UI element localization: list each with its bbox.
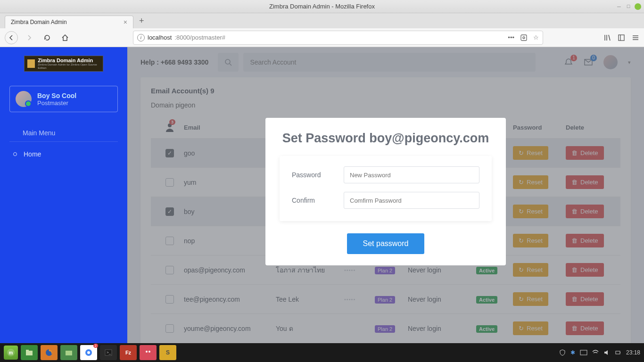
window-title: Zimbra Domain Admin - Mozilla Firefox bbox=[269, 3, 375, 10]
reader-mode-icon[interactable] bbox=[520, 34, 528, 41]
url-path: :8000/postmaster# bbox=[174, 34, 225, 41]
app-root: Zimbra Domain AdminZimbra Domain Admin f… bbox=[0, 47, 644, 343]
window-maximize-icon[interactable] bbox=[625, 3, 632, 10]
svg-point-20 bbox=[149, 351, 150, 353]
sidebar-item-label: Home bbox=[24, 150, 41, 158]
user-role: Postmaster bbox=[37, 99, 76, 107]
volume-icon[interactable] bbox=[603, 349, 610, 356]
modal-overlay[interactable]: Set Password boy@pigeoncy.com Password C… bbox=[127, 47, 644, 343]
sidebar-user-card[interactable]: Boy So Cool Postmaster bbox=[9, 86, 118, 112]
svg-text:m: m bbox=[9, 350, 13, 355]
main-area: Help : +668 9493 3300 1 0 ▾ Email Accoun… bbox=[127, 47, 644, 343]
confirm-password-input[interactable] bbox=[344, 192, 479, 209]
clock[interactable]: 23:18 bbox=[626, 349, 640, 356]
bullet-icon bbox=[13, 152, 17, 156]
svg-rect-0 bbox=[521, 35, 527, 41]
confirm-label: Confirm bbox=[292, 197, 344, 204]
sublime-icon[interactable]: S bbox=[159, 345, 176, 360]
url-bar[interactable]: i localhost:8000/postmaster# ••• ☆ bbox=[133, 31, 543, 45]
window-minimize-icon[interactable] bbox=[616, 3, 622, 10]
terminal-icon[interactable]: >_ bbox=[100, 345, 117, 360]
nav-home-icon[interactable] bbox=[58, 31, 72, 44]
user-name: Boy So Cool bbox=[37, 92, 76, 99]
logo-mark-icon bbox=[27, 59, 35, 68]
bookmark-icon[interactable]: ☆ bbox=[533, 34, 539, 41]
svg-point-1 bbox=[523, 37, 525, 39]
set-password-button[interactable]: Set password bbox=[347, 233, 425, 254]
library-icon[interactable] bbox=[603, 34, 611, 41]
firefox-icon[interactable] bbox=[41, 345, 58, 360]
svg-rect-13 bbox=[66, 351, 72, 355]
modal-title: Set Password boy@pigeoncy.com bbox=[280, 131, 492, 146]
browser-nav-bar: i localhost:8000/postmaster# ••• ☆ bbox=[0, 28, 644, 47]
battery-icon[interactable] bbox=[615, 349, 621, 356]
window-controls bbox=[616, 3, 641, 10]
filezilla-icon[interactable]: Fz bbox=[120, 345, 137, 360]
logo-subtitle: Zimbra Domain Admin for Zimbra Open Sour… bbox=[38, 63, 100, 69]
avatar-icon bbox=[16, 91, 32, 107]
folder-icon[interactable] bbox=[60, 345, 77, 360]
user-info: Boy So Cool Postmaster bbox=[37, 92, 76, 107]
svg-text:>_: >_ bbox=[107, 350, 111, 354]
new-tab-icon[interactable]: + bbox=[139, 16, 144, 26]
svg-text:S: S bbox=[166, 349, 170, 356]
window-titlebar: Zimbra Domain Admin - Mozilla Firefox bbox=[0, 0, 644, 13]
sidebar-logo: Zimbra Domain AdminZimbra Domain Admin f… bbox=[24, 56, 103, 72]
bluetooth-icon[interactable]: ✱ bbox=[570, 349, 575, 356]
svg-text:Fz: Fz bbox=[125, 350, 132, 355]
password-row: Password bbox=[292, 166, 479, 183]
confirm-row: Confirm bbox=[292, 192, 479, 209]
shield-icon[interactable] bbox=[559, 349, 566, 356]
logo-title: Zimbra Domain Admin bbox=[38, 58, 93, 63]
tab-title: Zimbra Domain Admin bbox=[11, 19, 67, 25]
sidebar-toggle-icon[interactable] bbox=[618, 34, 625, 41]
svg-rect-24 bbox=[620, 352, 620, 353]
url-bar-actions: ••• ☆ bbox=[508, 34, 539, 41]
logo-text: Zimbra Domain AdminZimbra Domain Admin f… bbox=[38, 58, 100, 69]
files-icon[interactable] bbox=[21, 345, 38, 360]
menu-header: Main Menu bbox=[9, 124, 118, 142]
modal-form: Password Confirm bbox=[280, 156, 492, 221]
sidebar-item-home[interactable]: Home bbox=[0, 146, 127, 163]
keyboard-icon[interactable] bbox=[580, 350, 587, 355]
svg-point-19 bbox=[146, 351, 148, 353]
password-label: Password bbox=[292, 171, 344, 179]
svg-point-15 bbox=[87, 351, 90, 354]
window-close-icon[interactable] bbox=[635, 3, 641, 10]
browser-toolbar-right bbox=[603, 34, 639, 41]
tab-close-icon[interactable]: × bbox=[124, 19, 127, 25]
browser-tab[interactable]: Zimbra Domain Admin × bbox=[5, 16, 133, 28]
os-taskbar: m 2 >_ Fz S ✱ 23:18 bbox=[0, 343, 644, 362]
url-host: localhost bbox=[148, 34, 172, 41]
nav-reload-icon[interactable] bbox=[41, 31, 54, 44]
nav-back-icon[interactable] bbox=[5, 31, 18, 44]
svg-rect-22 bbox=[580, 350, 587, 355]
chrome-icon[interactable]: 2 bbox=[80, 345, 97, 360]
set-password-modal: Set Password boy@pigeoncy.com Password C… bbox=[265, 118, 506, 265]
nav-forward-icon bbox=[23, 31, 36, 44]
browser-tab-bar: Zimbra Domain Admin × + bbox=[0, 13, 644, 28]
sidebar: Zimbra Domain AdminZimbra Domain Admin f… bbox=[0, 47, 127, 343]
wifi-icon[interactable] bbox=[592, 349, 599, 356]
start-menu-icon[interactable]: m bbox=[4, 346, 18, 360]
site-info-icon[interactable]: i bbox=[137, 34, 145, 41]
svg-rect-23 bbox=[616, 351, 620, 354]
system-tray: ✱ 23:18 bbox=[559, 349, 640, 356]
app-icon[interactable] bbox=[140, 345, 157, 360]
url-more-icon[interactable]: ••• bbox=[508, 34, 514, 41]
chrome-badge: 2 bbox=[93, 344, 98, 348]
password-input[interactable] bbox=[344, 166, 479, 183]
svg-rect-2 bbox=[619, 35, 624, 41]
svg-rect-10 bbox=[26, 351, 33, 355]
menu-icon[interactable] bbox=[632, 34, 639, 41]
svg-rect-11 bbox=[26, 350, 29, 351]
